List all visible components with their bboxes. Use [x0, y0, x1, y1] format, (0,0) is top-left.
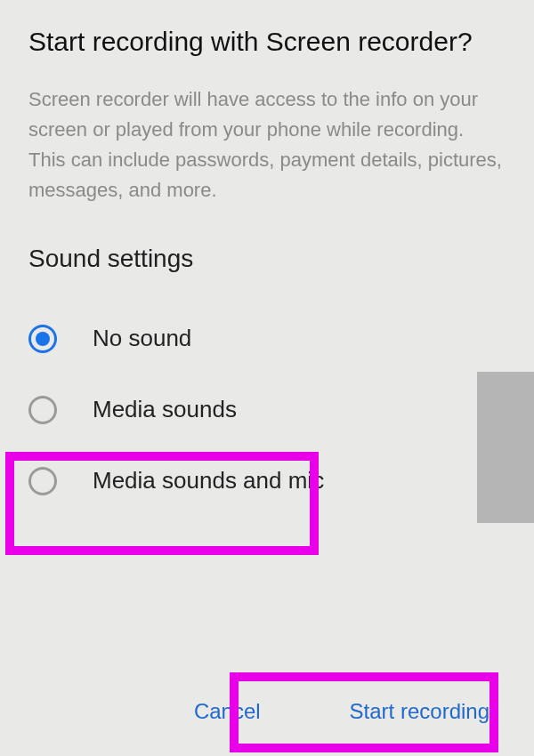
right-edge-artifact	[477, 372, 534, 523]
radio-label: Media sounds and mic	[93, 467, 324, 495]
radio-option-media-sounds[interactable]: Media sounds	[28, 374, 506, 446]
radio-icon	[28, 325, 57, 353]
sound-settings-heading: Sound settings	[28, 245, 506, 273]
radio-icon	[28, 467, 57, 495]
dialog-title: Start recording with Screen recorder?	[28, 27, 506, 58]
radio-option-no-sound[interactable]: No sound	[28, 303, 506, 374]
radio-option-media-sounds-mic[interactable]: Media sounds and mic	[28, 446, 506, 517]
screen-recorder-dialog: Start recording with Screen recorder? Sc…	[0, 0, 534, 517]
dialog-description: Screen recorder will have access to the …	[28, 84, 506, 205]
radio-label: No sound	[93, 325, 191, 352]
start-recording-button[interactable]: Start recording	[332, 681, 507, 742]
cancel-button[interactable]: Cancel	[176, 681, 279, 742]
radio-label: Media sounds	[93, 396, 237, 423]
radio-icon	[28, 396, 57, 424]
dialog-footer: Cancel Start recording	[0, 667, 534, 756]
